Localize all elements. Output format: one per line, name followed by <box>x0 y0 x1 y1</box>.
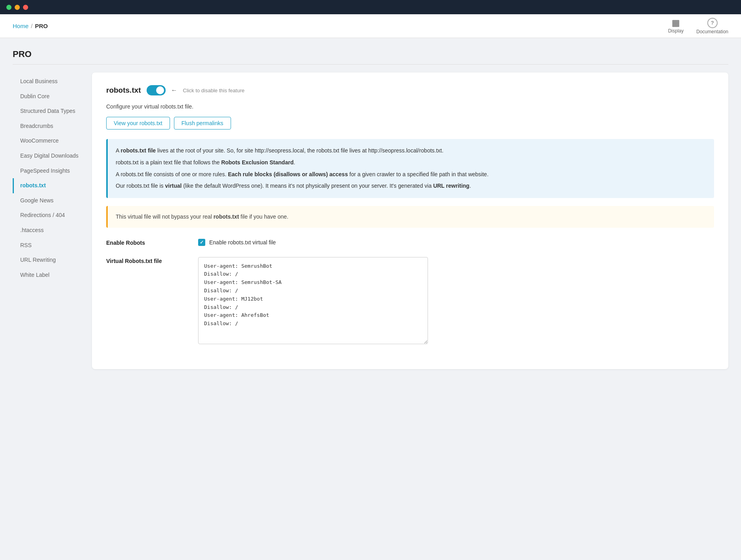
documentation-icon: ? <box>707 18 718 28</box>
layout: Local Business Dublin Core Structured Da… <box>13 72 728 369</box>
sidebar-item-google-news[interactable]: Google News <box>13 193 84 208</box>
sidebar: Local Business Dublin Core Structured Da… <box>13 72 84 369</box>
button-row: View your robots.txt Flush permalinks <box>106 117 714 130</box>
sidebar-item-breadcrumbs[interactable]: Breadcrumbs <box>13 119 84 134</box>
sidebar-item-url-rewriting[interactable]: URL Rewriting <box>13 253 84 268</box>
breadcrumb-separator: / <box>31 23 32 29</box>
display-icon: ▦ <box>672 19 680 27</box>
sidebar-item-dublin-core[interactable]: Dublin Core <box>13 89 84 104</box>
sidebar-item-local-business[interactable]: Local Business <box>13 74 84 89</box>
virtual-file-control: User-agent: SemrushBot Disallow: / User-… <box>198 257 714 345</box>
dot-red <box>23 5 28 10</box>
topbar: Home / PRO ▦ Display ? Documentation <box>0 14 741 38</box>
view-robots-button[interactable]: View your robots.txt <box>106 117 170 130</box>
sidebar-item-htaccess[interactable]: .htaccess <box>13 223 84 238</box>
page-title: PRO <box>13 49 728 65</box>
description-text: Configure your virtual robots.txt file. <box>106 103 714 110</box>
robots-textarea[interactable]: User-agent: SemrushBot Disallow: / User-… <box>198 257 428 344</box>
sidebar-item-structured-data-types[interactable]: Structured Data Types <box>13 104 84 119</box>
info-para-2: robots.txt is a plain text file that fol… <box>116 158 706 168</box>
enable-robots-label: Enable Robots <box>106 239 185 246</box>
virtual-file-label: Virtual Robots.txt file <box>106 257 185 264</box>
titlebar <box>0 0 741 14</box>
info-para-1: A robots.txt file lives at the root of y… <box>116 146 706 156</box>
display-action[interactable]: ▦ Display <box>668 19 684 34</box>
warning-box: This virtual file will not bypass your r… <box>106 206 714 227</box>
main-content: robots.txt ← Click to disable this featu… <box>92 72 728 369</box>
flush-permalinks-button[interactable]: Flush permalinks <box>174 117 231 130</box>
dot-yellow <box>15 5 20 10</box>
sidebar-item-robots-txt[interactable]: robots.txt <box>13 178 84 193</box>
dot-green <box>6 5 11 10</box>
topbar-actions: ▦ Display ? Documentation <box>668 18 728 34</box>
toggle-slider <box>147 85 166 95</box>
feature-title: robots.txt <box>106 86 141 95</box>
breadcrumb-current: PRO <box>35 23 48 29</box>
breadcrumb: Home / PRO <box>13 23 48 29</box>
sidebar-item-pagespeed-insights[interactable]: PageSpeed Insights <box>13 164 84 179</box>
documentation-action[interactable]: ? Documentation <box>696 18 728 34</box>
sidebar-item-redirections-404[interactable]: Redirections / 404 <box>13 208 84 223</box>
enable-robots-control: Enable robots.txt virtual file <box>198 239 276 246</box>
sidebar-item-woocommerce[interactable]: WooCommerce <box>13 133 84 149</box>
display-label: Display <box>668 28 684 34</box>
feature-toggle[interactable] <box>147 85 166 95</box>
feature-header: robots.txt ← Click to disable this featu… <box>106 85 714 95</box>
enable-robots-checkbox[interactable] <box>198 239 205 246</box>
enable-robots-section: Enable Robots Enable robots.txt virtual … <box>106 239 714 246</box>
info-para-3: A robots.txt file consists of one or mor… <box>116 170 706 179</box>
documentation-label: Documentation <box>696 29 728 34</box>
breadcrumb-home[interactable]: Home <box>13 23 29 29</box>
page-wrapper: PRO Local Business Dublin Core Structure… <box>0 38 741 380</box>
toggle-hint: Click to disable this feature <box>183 88 244 93</box>
enable-robots-checkbox-label: Enable robots.txt virtual file <box>209 239 276 246</box>
virtual-robots-section: Virtual Robots.txt file User-agent: Semr… <box>106 257 714 345</box>
sidebar-item-white-label[interactable]: White Label <box>13 268 84 283</box>
sidebar-item-easy-digital-downloads[interactable]: Easy Digital Downloads <box>13 149 84 164</box>
info-box: A robots.txt file lives at the root of y… <box>106 139 714 198</box>
toggle-arrow-icon: ← <box>171 87 178 94</box>
warning-text: This virtual file will not bypass your r… <box>116 213 288 220</box>
sidebar-item-rss[interactable]: RSS <box>13 238 84 253</box>
info-para-4: Our robots.txt file is virtual (like the… <box>116 181 706 191</box>
